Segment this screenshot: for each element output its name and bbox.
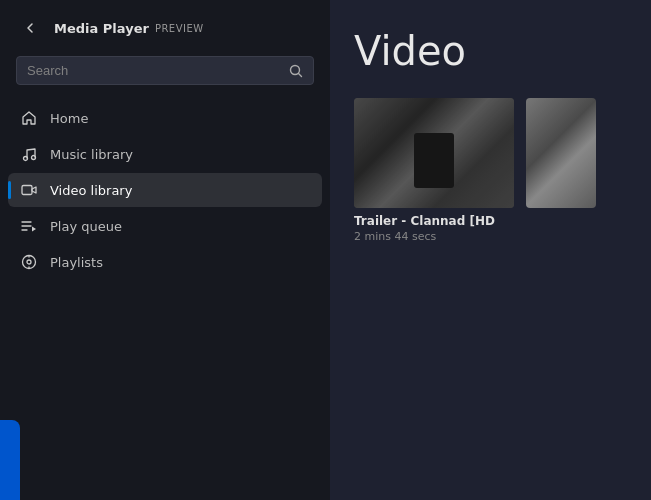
svg-point-2 (32, 156, 36, 160)
app-title-area: Media Player PREVIEW (54, 21, 204, 36)
back-button[interactable] (16, 14, 44, 42)
video-grid: Trailer - Clannad [HD 2 mins 44 secs (354, 98, 627, 243)
app-title: Media Player (54, 21, 149, 36)
main-content: Video Trailer - Clannad [HD 2 mins 44 se… (330, 0, 651, 500)
svg-point-8 (27, 260, 31, 264)
video-card-clannad[interactable]: Trailer - Clannad [HD 2 mins 44 secs (354, 98, 514, 243)
search-box[interactable] (16, 56, 314, 85)
sidebar-item-playlists[interactable]: Playlists (8, 245, 322, 279)
bottom-accent (0, 420, 20, 500)
playlist-icon (20, 253, 38, 271)
sidebar-item-video-library-label: Video library (50, 183, 132, 198)
sidebar-item-video-library[interactable]: Video library (8, 173, 322, 207)
queue-icon (20, 217, 38, 235)
sidebar-item-home[interactable]: Home (8, 101, 322, 135)
search-input[interactable] (27, 63, 283, 78)
home-icon (20, 109, 38, 127)
page-title: Video (354, 28, 627, 74)
svg-point-1 (24, 157, 28, 161)
video-card-partial[interactable] (526, 98, 596, 243)
sidebar-item-music-library-label: Music library (50, 147, 133, 162)
thumb-overlay (354, 98, 514, 208)
thumb-image (354, 98, 514, 208)
sidebar-item-play-queue-label: Play queue (50, 219, 122, 234)
svg-rect-3 (22, 186, 32, 195)
nav-list: Home Music library Video library (0, 97, 330, 283)
video-duration: 2 mins 44 secs (354, 230, 514, 243)
sidebar: Media Player PREVIEW Home (0, 0, 330, 500)
search-container (0, 56, 330, 97)
sidebar-item-music-library[interactable]: Music library (8, 137, 322, 171)
sidebar-item-play-queue[interactable]: Play queue (8, 209, 322, 243)
sidebar-item-playlists-label: Playlists (50, 255, 103, 270)
search-icon[interactable] (289, 64, 303, 78)
sidebar-header: Media Player PREVIEW (0, 0, 330, 56)
video-title: Trailer - Clannad [HD (354, 214, 514, 228)
music-icon (20, 145, 38, 163)
video-icon (20, 181, 38, 199)
video-thumbnail-partial (526, 98, 596, 208)
preview-badge: PREVIEW (155, 23, 204, 34)
sidebar-item-home-label: Home (50, 111, 88, 126)
video-thumbnail (354, 98, 514, 208)
